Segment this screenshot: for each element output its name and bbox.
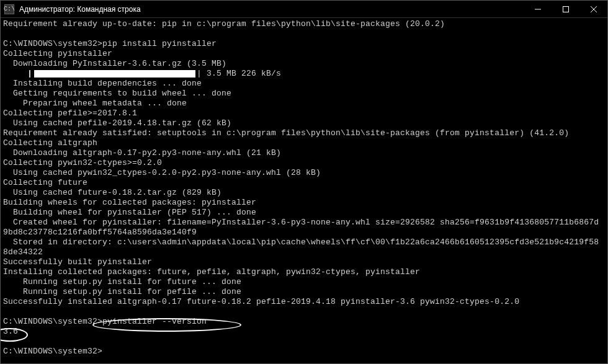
terminal-line: C:\WINDOWS\system32>pip install pyinstal… xyxy=(3,39,605,49)
terminal-line: 8de34322 xyxy=(3,247,605,257)
terminal-line: Downloading altgraph-0.17-py2.py3-none-a… xyxy=(3,148,605,158)
terminal-line: Created wheel for pyinstaller: filename=… xyxy=(3,218,605,228)
terminal-line: Requirement already up-to-date: pip in c… xyxy=(3,19,605,29)
maximize-icon xyxy=(563,6,569,12)
minimize-icon xyxy=(535,6,541,12)
terminal-line: C:\WINDOWS\system32> xyxy=(3,347,605,357)
terminal-line: Successfully built pyinstaller xyxy=(3,257,605,267)
window-titlebar: C:\ Администратор: Командная строка xyxy=(1,1,607,18)
terminal-line: Building wheels for collected packages: … xyxy=(3,198,605,208)
terminal-line: Collecting pyinstaller xyxy=(3,49,605,59)
progress-line: || 3.5 MB 226 kB/s xyxy=(3,69,605,79)
progress-bar xyxy=(34,70,195,78)
window-controls xyxy=(524,1,607,17)
terminal-line: Using cached pywin32_ctypes-0.2.0-py2.py… xyxy=(3,168,605,178)
terminal-line: Using cached future-0.18.2.tar.gz (829 k… xyxy=(3,188,605,198)
terminal-line: Collecting pywin32-ctypes>=0.2.0 xyxy=(3,158,605,168)
terminal-line: Collecting future xyxy=(3,178,605,188)
svg-rect-1 xyxy=(563,6,568,12)
terminal-line: Installing build dependencies ... done xyxy=(3,79,605,89)
terminal-line: Building wheel for pyinstaller (PEP 517)… xyxy=(3,208,605,218)
window-title: Администратор: Командная строка xyxy=(18,5,524,14)
maximize-button[interactable] xyxy=(552,1,579,17)
terminal-line xyxy=(3,337,605,347)
terminal-line: Requirement already satisfied: setuptool… xyxy=(3,128,605,138)
terminal-line: Collecting altgraph xyxy=(3,138,605,148)
terminal-line: Downloading PyInstaller-3.6.tar.gz (3.5 … xyxy=(3,59,605,69)
terminal-line: Preparing wheel metadata ... done xyxy=(3,99,605,109)
terminal-line: Using cached pefile-2019.4.18.tar.gz (62… xyxy=(3,118,605,128)
terminal-line: Getting requirements to build wheel ... … xyxy=(3,89,605,99)
terminal-line xyxy=(3,307,605,317)
progress-text: | 3.5 MB 226 kB/s xyxy=(197,69,281,79)
terminal-line: 9bd8c23778c1216fa0bff5764a8596da3e140f9 xyxy=(3,228,605,237)
close-button[interactable] xyxy=(579,1,607,17)
terminal-line: Collecting pefile>=2017.8.1 xyxy=(3,109,605,118)
terminal-line: Stored in directory: c:\users\admin\appd… xyxy=(3,237,605,247)
terminal-line: Running setup.py install for pefile ... … xyxy=(3,287,605,297)
app-icon: C:\ xyxy=(4,4,14,14)
terminal-line: Successfully installed altgraph-0.17 fut… xyxy=(3,297,605,307)
terminal-line: C:\WINDOWS\system32>pyinstaller --versio… xyxy=(3,317,605,327)
terminal-output[interactable]: Requirement already up-to-date: pip in c… xyxy=(1,18,607,358)
terminal-line: Running setup.py install for future ... … xyxy=(3,277,605,287)
terminal-line: 3.6 xyxy=(3,327,605,337)
terminal-line xyxy=(3,29,605,39)
close-icon xyxy=(591,6,597,12)
terminal-line: Installing collected packages: future, p… xyxy=(3,267,605,277)
minimize-button[interactable] xyxy=(524,1,552,17)
